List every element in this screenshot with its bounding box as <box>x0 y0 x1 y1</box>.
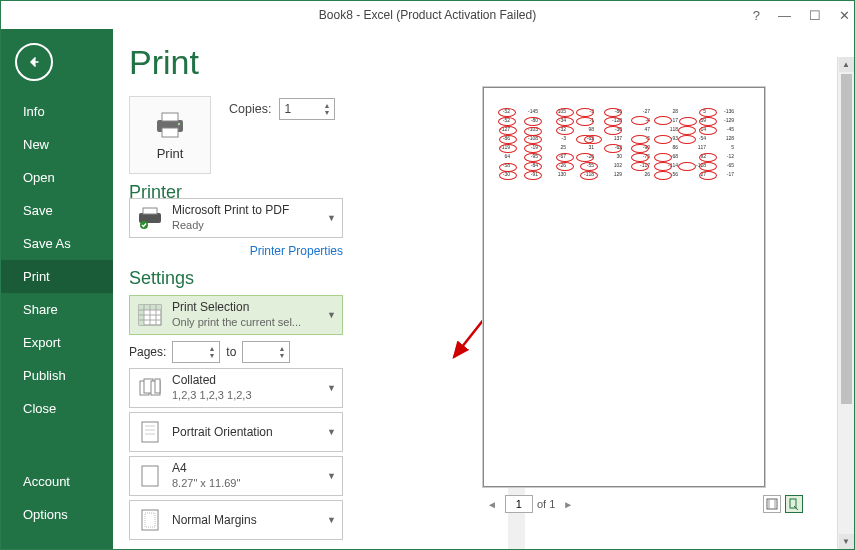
svg-point-3 <box>178 122 180 124</box>
page-title: Print <box>129 43 413 82</box>
sidebar-item-save-as[interactable]: Save As <box>1 227 113 260</box>
zoom-to-page-button[interactable] <box>785 495 803 513</box>
svg-rect-24 <box>142 466 158 486</box>
spin-down-icon[interactable]: ▼ <box>278 352 285 359</box>
print-area-selector[interactable]: Print Selection Only print the current s… <box>129 295 343 335</box>
print-area-sub: Only print the current sel... <box>172 315 301 330</box>
sheet-selection-icon <box>136 301 164 329</box>
pages-from-input[interactable]: ▲▼ <box>172 341 220 363</box>
collate-icon <box>136 374 164 402</box>
pages-to-input[interactable]: ▲▼ <box>242 341 290 363</box>
paper-size-selector[interactable]: A4 8.27" x 11.69" ▼ <box>129 456 343 496</box>
current-page-input[interactable] <box>505 495 533 513</box>
backstage-sidebar: Info New Open Save Save As Print Share E… <box>1 29 113 549</box>
close-icon[interactable]: ✕ <box>839 8 850 23</box>
sidebar-item-new[interactable]: New <box>1 128 113 161</box>
printer-status-icon <box>136 204 164 232</box>
print-area-title: Print Selection <box>172 300 301 315</box>
pages-label: Pages: <box>129 345 166 359</box>
svg-rect-19 <box>155 379 160 393</box>
preview-scrollbar[interactable]: ▲ ▼ <box>837 57 854 549</box>
printer-icon <box>153 110 187 140</box>
sidebar-item-open[interactable]: Open <box>1 161 113 194</box>
print-button-label: Print <box>157 146 184 161</box>
chevron-down-icon: ▼ <box>327 213 336 223</box>
scrollbar-thumb[interactable] <box>841 74 852 404</box>
maximize-icon[interactable]: ☐ <box>809 8 821 23</box>
svg-rect-1 <box>162 113 178 121</box>
margins-selector[interactable]: Normal Margins ▼ <box>129 500 343 540</box>
back-arrow-icon <box>25 53 43 71</box>
chevron-down-icon: ▼ <box>327 383 336 393</box>
zoom-page-icon <box>788 498 800 510</box>
sidebar-item-publish[interactable]: Publish <box>1 359 113 392</box>
prev-page-icon[interactable]: ◄ <box>483 499 501 510</box>
spin-down-icon[interactable]: ▼ <box>208 352 215 359</box>
printer-header-partial: Printer <box>129 182 413 198</box>
printer-status: Ready <box>172 218 289 233</box>
sidebar-item-info[interactable]: Info <box>1 95 113 128</box>
sidebar-item-close[interactable]: Close <box>1 392 113 425</box>
pages-to-label: to <box>226 345 236 359</box>
sidebar-item-export[interactable]: Export <box>1 326 113 359</box>
spin-up-icon[interactable]: ▲ <box>278 345 285 352</box>
spin-down-icon[interactable]: ▼ <box>323 109 330 116</box>
orientation-title: Portrait Orientation <box>172 425 273 440</box>
chevron-down-icon: ▼ <box>327 471 336 481</box>
margins-icon <box>766 498 778 510</box>
portrait-icon <box>136 418 164 446</box>
copies-value: 1 <box>284 102 291 116</box>
sidebar-item-account[interactable]: Account <box>1 465 113 498</box>
sidebar-item-save[interactable]: Save <box>1 194 113 227</box>
copies-input[interactable]: 1 ▲▼ <box>279 98 335 120</box>
printer-selector[interactable]: Microsoft Print to PDF Ready ▼ <box>129 198 343 238</box>
svg-rect-20 <box>142 422 158 442</box>
sidebar-item-share[interactable]: Share <box>1 293 113 326</box>
window-title: Book8 - Excel (Product Activation Failed… <box>319 8 536 22</box>
collate-title: Collated <box>172 373 252 388</box>
collate-sub: 1,2,3 1,2,3 1,2,3 <box>172 388 252 403</box>
orientation-selector[interactable]: Portrait Orientation ▼ <box>129 412 343 452</box>
printer-name: Microsoft Print to PDF <box>172 203 289 218</box>
print-preview-page: -52-145105-3-86-27285-136 -52-80-34-1-12… <box>483 87 765 487</box>
scroll-down-icon[interactable]: ▼ <box>839 534 854 549</box>
back-button[interactable] <box>15 43 53 81</box>
sidebar-item-print[interactable]: Print <box>1 260 113 293</box>
margins-title: Normal Margins <box>172 513 257 528</box>
chevron-down-icon: ▼ <box>327 427 336 437</box>
sidebar-item-options[interactable]: Options <box>1 498 113 531</box>
show-margins-button[interactable] <box>763 495 781 513</box>
help-icon[interactable]: ? <box>753 8 760 23</box>
print-button[interactable]: Print <box>129 96 211 174</box>
collate-selector[interactable]: Collated 1,2,3 1,2,3 1,2,3 ▼ <box>129 368 343 408</box>
chevron-down-icon: ▼ <box>327 515 336 525</box>
spin-up-icon[interactable]: ▲ <box>208 345 215 352</box>
printer-properties-link[interactable]: Printer Properties <box>129 244 343 258</box>
page-icon <box>136 462 164 490</box>
page-navigator: ◄ of 1 ► <box>483 495 577 513</box>
titlebar: Book8 - Excel (Product Activation Failed… <box>1 1 854 29</box>
scroll-up-icon[interactable]: ▲ <box>839 57 854 72</box>
settings-header: Settings <box>129 268 413 289</box>
svg-rect-5 <box>143 208 157 214</box>
paper-sub: 8.27" x 11.69" <box>172 476 240 491</box>
copies-label: Copies: <box>229 102 271 116</box>
next-page-icon[interactable]: ► <box>559 499 577 510</box>
svg-rect-2 <box>162 128 178 137</box>
margins-icon <box>136 506 164 534</box>
total-pages-label: of 1 <box>537 498 555 510</box>
chevron-down-icon: ▼ <box>327 310 336 320</box>
minimize-icon[interactable]: — <box>778 8 791 23</box>
paper-title: A4 <box>172 461 240 476</box>
spin-up-icon[interactable]: ▲ <box>323 102 330 109</box>
